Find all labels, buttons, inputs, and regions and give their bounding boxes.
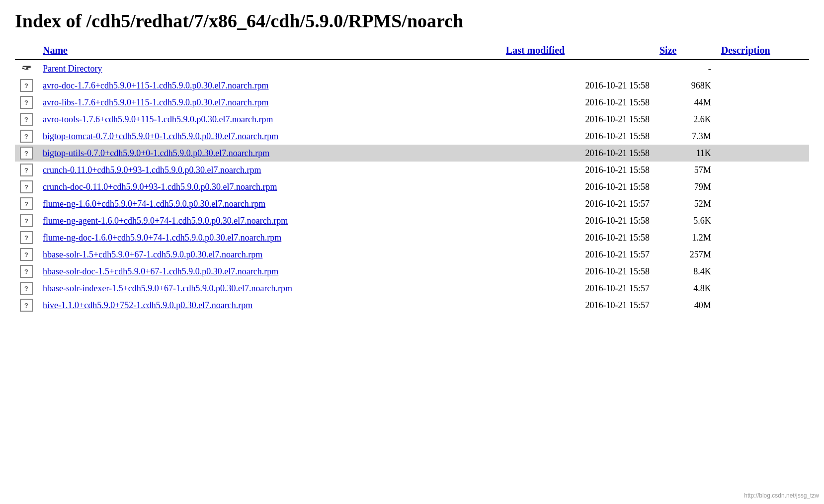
page-title: Index of /cdh5/redhat/7/x86_64/cdh/5.9.0… xyxy=(15,10,809,32)
file-unknown-icon: ? xyxy=(20,214,33,227)
file-name-cell: flume-ng-doc-1.6.0+cdh5.9.0+74-1.cdh5.9.… xyxy=(38,229,501,246)
file-icon-cell: ? xyxy=(15,280,38,297)
file-icon-cell: ? xyxy=(15,77,38,94)
file-description-cell xyxy=(716,111,809,128)
file-description-cell xyxy=(716,212,809,229)
file-name-cell: crunch-0.11.0+cdh5.9.0+93-1.cdh5.9.0.p0.… xyxy=(38,162,501,178)
table-row: ?bigtop-tomcat-0.7.0+cdh5.9.0+0-1.cdh5.9… xyxy=(15,128,809,145)
file-icon-cell: ? xyxy=(15,94,38,111)
file-modified-cell: 2016-10-21 15:58 xyxy=(501,77,655,94)
file-description-cell xyxy=(716,162,809,178)
table-row: ?hbase-solr-indexer-1.5+cdh5.9.0+67-1.cd… xyxy=(15,280,809,297)
file-description-cell xyxy=(716,60,809,77)
file-modified-cell xyxy=(501,60,655,77)
name-sort-link[interactable]: Name xyxy=(43,45,68,56)
size-sort-link[interactable]: Size xyxy=(659,45,676,56)
name-column-header: Name xyxy=(38,42,501,60)
file-link[interactable]: hbase-solr-doc-1.5+cdh5.9.0+67-1.cdh5.9.… xyxy=(43,266,278,276)
table-row: ?bigtop-utils-0.7.0+cdh5.9.0+0-1.cdh5.9.… xyxy=(15,145,809,162)
file-name-cell: hbase-solr-1.5+cdh5.9.0+67-1.cdh5.9.0.p0… xyxy=(38,246,501,263)
file-name-cell: avro-doc-1.7.6+cdh5.9.0+115-1.cdh5.9.0.p… xyxy=(38,77,501,94)
file-unknown-icon: ? xyxy=(20,231,33,244)
file-modified-cell: 2016-10-21 15:57 xyxy=(501,246,655,263)
file-link[interactable]: avro-libs-1.7.6+cdh5.9.0+115-1.cdh5.9.0.… xyxy=(43,97,269,107)
file-unknown-icon: ? xyxy=(20,180,33,193)
file-description-cell xyxy=(716,178,809,195)
icon-col-header xyxy=(15,42,38,60)
file-link[interactable]: hbase-solr-1.5+cdh5.9.0+67-1.cdh5.9.0.p0… xyxy=(43,250,262,259)
table-row: ?crunch-doc-0.11.0+cdh5.9.0+93-1.cdh5.9.… xyxy=(15,178,809,195)
file-unknown-icon: ? xyxy=(20,96,33,109)
file-size-cell: 8.4K xyxy=(655,263,716,280)
file-icon-cell: ? xyxy=(15,263,38,280)
file-link[interactable]: flume-ng-agent-1.6.0+cdh5.9.0+74-1.cdh5.… xyxy=(43,216,288,226)
file-modified-cell: 2016-10-21 15:58 xyxy=(501,212,655,229)
modified-sort-link[interactable]: Last modified xyxy=(506,45,565,56)
file-link[interactable]: flume-ng-1.6.0+cdh5.9.0+74-1.cdh5.9.0.p0… xyxy=(43,199,265,209)
file-name-cell: hbase-solr-indexer-1.5+cdh5.9.0+67-1.cdh… xyxy=(38,280,501,297)
file-size-cell: 968K xyxy=(655,77,716,94)
file-modified-cell: 2016-10-21 15:58 xyxy=(501,128,655,145)
file-modified-cell: 2016-10-21 15:58 xyxy=(501,111,655,128)
file-description-cell xyxy=(716,263,809,280)
file-modified-cell: 2016-10-21 15:57 xyxy=(501,297,655,314)
file-icon-cell: ? xyxy=(15,246,38,263)
file-link[interactable]: Parent Directory xyxy=(43,64,102,74)
size-column-header: Size xyxy=(655,42,716,60)
table-row: ?avro-doc-1.7.6+cdh5.9.0+115-1.cdh5.9.0.… xyxy=(15,77,809,94)
table-row: ?avro-libs-1.7.6+cdh5.9.0+115-1.cdh5.9.0… xyxy=(15,94,809,111)
file-size-cell: 52M xyxy=(655,195,716,212)
parent-dir-icon: 🖙 xyxy=(21,62,32,75)
modified-column-header: Last modified xyxy=(501,42,655,60)
description-column-header: Description xyxy=(716,42,809,60)
file-icon-cell: ? xyxy=(15,229,38,246)
file-description-cell xyxy=(716,280,809,297)
file-unknown-icon: ? xyxy=(20,299,33,312)
file-name-cell: bigtop-tomcat-0.7.0+cdh5.9.0+0-1.cdh5.9.… xyxy=(38,128,501,145)
file-unknown-icon: ? xyxy=(20,79,33,92)
file-unknown-icon: ? xyxy=(20,164,33,176)
file-icon-cell: ? xyxy=(15,195,38,212)
file-icon-cell: ? xyxy=(15,145,38,162)
file-name-cell: Parent Directory xyxy=(38,60,501,77)
table-row: ?flume-ng-1.6.0+cdh5.9.0+74-1.cdh5.9.0.p… xyxy=(15,195,809,212)
file-name-cell: hive-1.1.0+cdh5.9.0+752-1.cdh5.9.0.p0.30… xyxy=(38,297,501,314)
file-description-cell xyxy=(716,145,809,162)
table-row: ?flume-ng-agent-1.6.0+cdh5.9.0+74-1.cdh5… xyxy=(15,212,809,229)
file-size-cell: 5.6K xyxy=(655,212,716,229)
file-description-cell xyxy=(716,246,809,263)
file-name-cell: avro-libs-1.7.6+cdh5.9.0+115-1.cdh5.9.0.… xyxy=(38,94,501,111)
file-link[interactable]: hive-1.1.0+cdh5.9.0+752-1.cdh5.9.0.p0.30… xyxy=(43,300,252,310)
file-link[interactable]: crunch-doc-0.11.0+cdh5.9.0+93-1.cdh5.9.0… xyxy=(43,182,277,192)
file-link[interactable]: avro-tools-1.7.6+cdh5.9.0+115-1.cdh5.9.0… xyxy=(43,114,273,124)
file-link[interactable]: flume-ng-doc-1.6.0+cdh5.9.0+74-1.cdh5.9.… xyxy=(43,233,281,243)
file-icon-cell: ? xyxy=(15,111,38,128)
file-modified-cell: 2016-10-21 15:58 xyxy=(501,263,655,280)
file-icon-cell: ? xyxy=(15,212,38,229)
file-size-cell: 7.3M xyxy=(655,128,716,145)
table-row: ?avro-tools-1.7.6+cdh5.9.0+115-1.cdh5.9.… xyxy=(15,111,809,128)
file-link[interactable]: hbase-solr-indexer-1.5+cdh5.9.0+67-1.cdh… xyxy=(43,283,292,293)
file-size-cell: 79M xyxy=(655,178,716,195)
file-size-cell: - xyxy=(655,60,716,77)
file-link[interactable]: crunch-0.11.0+cdh5.9.0+93-1.cdh5.9.0.p0.… xyxy=(43,165,261,175)
file-size-cell: 57M xyxy=(655,162,716,178)
file-unknown-icon: ? xyxy=(20,147,33,160)
file-modified-cell: 2016-10-21 15:58 xyxy=(501,162,655,178)
file-link[interactable]: bigtop-utils-0.7.0+cdh5.9.0+0-1.cdh5.9.0… xyxy=(43,148,269,158)
file-link[interactable]: bigtop-tomcat-0.7.0+cdh5.9.0+0-1.cdh5.9.… xyxy=(43,131,278,141)
file-name-cell: bigtop-utils-0.7.0+cdh5.9.0+0-1.cdh5.9.0… xyxy=(38,145,501,162)
table-row: ?hbase-solr-doc-1.5+cdh5.9.0+67-1.cdh5.9… xyxy=(15,263,809,280)
file-size-cell: 11K xyxy=(655,145,716,162)
file-name-cell: crunch-doc-0.11.0+cdh5.9.0+93-1.cdh5.9.0… xyxy=(38,178,501,195)
file-listing-table: Name Last modified Size Description 🖙Par… xyxy=(15,42,809,314)
file-modified-cell: 2016-10-21 15:58 xyxy=(501,94,655,111)
file-name-cell: avro-tools-1.7.6+cdh5.9.0+115-1.cdh5.9.0… xyxy=(38,111,501,128)
file-size-cell: 44M xyxy=(655,94,716,111)
description-sort-link[interactable]: Description xyxy=(721,45,770,56)
file-icon-cell: 🖙 xyxy=(15,60,38,77)
file-unknown-icon: ? xyxy=(20,197,33,210)
table-row: ?crunch-0.11.0+cdh5.9.0+93-1.cdh5.9.0.p0… xyxy=(15,162,809,178)
file-unknown-icon: ? xyxy=(20,130,33,143)
file-link[interactable]: avro-doc-1.7.6+cdh5.9.0+115-1.cdh5.9.0.p… xyxy=(43,81,269,90)
